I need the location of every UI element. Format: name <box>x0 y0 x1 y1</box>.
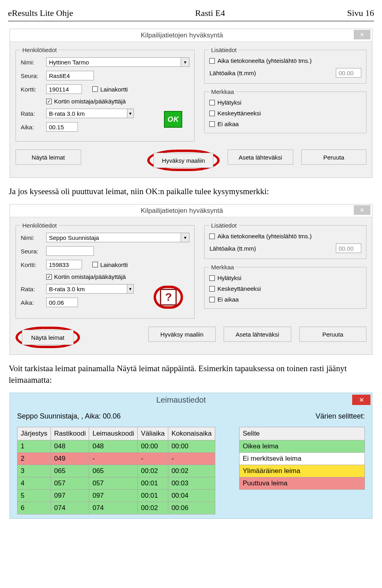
person-group: Henkilötiedot Nimi: ▼ Seura: <box>16 222 195 319</box>
course-input[interactable] <box>46 109 127 118</box>
course-dropdown-button[interactable]: ▼ <box>127 109 134 118</box>
label-course: Rata: <box>21 110 46 117</box>
legend-row: Puuttuva leima <box>240 477 365 490</box>
punch-cell: 048 <box>51 440 89 453</box>
set-start-button[interactable]: Aseta lähteväksi <box>228 150 293 165</box>
course-input[interactable] <box>46 284 127 294</box>
loan-label: Lainakortti <box>100 86 128 93</box>
dnf-label: Keskeyttäneeksi <box>217 285 261 292</box>
legend-table: Selite Oikea leimaEi merkitsevä leimaYli… <box>239 427 365 490</box>
name-dropdown-button[interactable]: ▼ <box>181 57 189 67</box>
label-card: Kortti: <box>21 86 46 93</box>
computer-time-label: Aika tietokoneelta (yhteislähtö tms.) <box>217 233 312 239</box>
punch-row[interactable]: 306506500:0200:02 <box>18 465 215 477</box>
punch-cell: 00:03 <box>168 477 215 490</box>
name-dropdown-button[interactable]: ▼ <box>181 233 189 242</box>
name-input[interactable] <box>46 57 181 67</box>
legend-cell: Puuttuva leima <box>240 477 365 490</box>
legend-row: Oikea leima <box>240 440 365 453</box>
show-punches-label: Näytä leimat <box>32 154 65 161</box>
punch-col-header: Leimauskoodi <box>89 427 138 440</box>
owner-checkbox[interactable]: ✓Kortin omistaja/pääkäyttäjä <box>46 273 126 280</box>
punch-row[interactable]: 607407400:0200:06 <box>18 502 215 514</box>
narrative-2a: Voit tarkistaa leimat painamalla Näytä l… <box>9 363 373 374</box>
mark-group: Merkkaa Hylätyksi Keskeyttäneeksi Ei aik… <box>204 88 366 133</box>
approval-dialog-2: Kilpailijatietojen hyväksyntä ✕ Henkilöt… <box>10 204 372 355</box>
close-button[interactable]: ✕ <box>354 30 370 39</box>
cancel-button[interactable]: Peruuta <box>299 327 367 342</box>
close-icon: ✕ <box>359 396 364 404</box>
punch-cell: 4 <box>18 477 51 490</box>
punch-table: JärjestysRastikoodiLeimauskoodiVäliaikaK… <box>17 427 215 514</box>
owner-checkbox[interactable]: ✓Kortin omistaja/pääkäyttäjä <box>46 98 126 105</box>
club-input[interactable] <box>46 71 94 80</box>
close-button[interactable]: ✕ <box>354 205 370 215</box>
chevron-down-icon: ▼ <box>183 236 187 240</box>
computer-time-checkbox[interactable]: Aika tietokoneelta (yhteislähtö tms.) <box>209 233 312 239</box>
show-punches-button[interactable]: Näytä leimat <box>16 150 81 165</box>
label-start-time: Lähtöaika (tt.mm) <box>209 245 336 252</box>
label-start-time: Lähtöaika (tt.mm) <box>209 70 336 76</box>
start-time-input <box>336 68 361 78</box>
card-input[interactable] <box>46 260 82 269</box>
dq-checkbox[interactable]: Hylätyksi <box>209 99 241 106</box>
person-legend: Henkilötiedot <box>21 47 58 53</box>
punch-cell: 074 <box>51 502 89 514</box>
notime-checkbox[interactable]: Ei aikaa <box>209 121 238 127</box>
name-input[interactable] <box>46 233 181 242</box>
mark-group: Merkkaa Hylätyksi Keskeyttäneeksi Ei aik… <box>204 264 366 309</box>
set-start-button[interactable]: Aseta lähteväksi <box>224 327 291 342</box>
close-button[interactable]: ✕ <box>352 395 370 405</box>
legend-cell: Ei merkitsevä leima <box>240 453 365 465</box>
dq-label: Hylätyksi <box>217 99 241 106</box>
dnf-checkbox[interactable]: Keskeyttäneeksi <box>209 110 261 117</box>
punch-cell: 3 <box>18 465 51 477</box>
punch-cell: 065 <box>89 465 138 477</box>
label-club: Seura: <box>21 248 46 255</box>
close-icon: ✕ <box>360 207 364 213</box>
punch-cell: 00:01 <box>138 477 168 490</box>
punch-titlebar: Leimaustiedot ✕ <box>10 393 372 407</box>
accept-finish-button[interactable]: Hyväksy maaliin <box>154 153 213 168</box>
punch-row[interactable]: 104804800:0000:00 <box>18 440 215 453</box>
question-text: ? <box>165 291 172 304</box>
mark-legend: Merkkaa <box>209 88 236 95</box>
punch-cell: 048 <box>89 440 138 453</box>
chevron-down-icon: ▼ <box>183 60 187 64</box>
punch-cell: - <box>89 453 138 465</box>
loan-checkbox[interactable]: Lainakortti <box>92 261 128 268</box>
extra-group: Lisätiedot Aika tietokoneelta (yhteisläh… <box>204 222 366 259</box>
set-start-label: Aseta lähteväksi <box>236 331 279 338</box>
time-input[interactable] <box>46 122 78 132</box>
narrative-2b: leimaamatta: <box>9 374 373 386</box>
loan-checkbox[interactable]: Lainakortti <box>92 86 128 93</box>
dnf-label: Keskeyttäneeksi <box>217 110 261 117</box>
punch-cell: 00:00 <box>168 440 215 453</box>
page-rule <box>8 21 374 21</box>
accept-finish-button[interactable]: Hyväksy maaliin <box>148 327 216 342</box>
punch-row[interactable]: 2049--- <box>18 453 215 465</box>
club-input[interactable] <box>46 246 94 256</box>
computer-time-checkbox[interactable]: Aika tietokoneelta (yhteislähtö tms.) <box>209 57 312 64</box>
cancel-label: Peruuta <box>323 154 344 161</box>
dialog-title: Kilpailijatietojen hyväksyntä <box>10 207 354 215</box>
narrative-1: Ja jos kyseessä oli puuttuvat leimat, ni… <box>9 186 373 197</box>
card-input[interactable] <box>46 84 82 94</box>
punch-row[interactable]: 405705700:0100:03 <box>18 477 215 490</box>
course-dropdown-button[interactable]: ▼ <box>127 284 134 294</box>
dialog-title: Kilpailijatietojen hyväksyntä <box>10 31 354 39</box>
accept-finish-label: Hyväksy maaliin <box>160 331 203 338</box>
time-input[interactable] <box>46 298 78 307</box>
dq-checkbox[interactable]: Hylätyksi <box>209 275 241 281</box>
punch-row[interactable]: 509709700:0100:04 <box>18 490 215 502</box>
cancel-button[interactable]: Peruuta <box>301 150 367 165</box>
dnf-checkbox[interactable]: Keskeyttäneeksi <box>209 285 261 292</box>
show-punches-button[interactable]: Näytä leimat <box>22 330 74 345</box>
notime-checkbox[interactable]: Ei aikaa <box>209 296 238 303</box>
notime-label: Ei aikaa <box>217 296 238 303</box>
label-time: Aika: <box>21 124 46 130</box>
punch-cell: 057 <box>51 477 89 490</box>
accept-finish-label: Hyväksy maaliin <box>162 157 205 164</box>
extra-legend: Lisätiedot <box>209 47 238 53</box>
chevron-down-icon: ▼ <box>129 111 133 116</box>
